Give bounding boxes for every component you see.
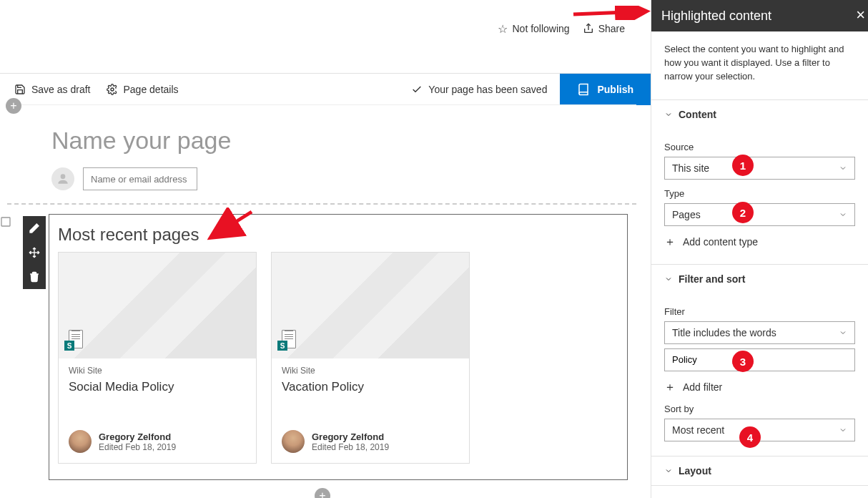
highlighted-content-webpart[interactable]: Most recent pages S Wiki Site Social Med…: [49, 214, 628, 480]
webpart-title: Most recent pages: [58, 225, 620, 245]
author-avatar-placeholder: [51, 167, 74, 190]
card-site-label: Wiki Site: [282, 366, 459, 376]
section-layout-label: Layout: [679, 465, 711, 477]
close-panel-button[interactable]: ×: [856, 6, 865, 24]
page-canvas: + Name your page Most recent pages: [7, 104, 636, 491]
source-value: This site: [672, 162, 709, 174]
section-content-label: Content: [679, 109, 716, 120]
source-dropdown[interactable]: This site: [664, 157, 855, 180]
filter-text-input[interactable]: [664, 348, 855, 371]
type-value: Pages: [672, 209, 701, 220]
page-saved-text: Your page has been saved: [428, 84, 547, 95]
section-filter-sort-header[interactable]: Filter and sort: [651, 265, 868, 293]
site-actions-bar: ☆ Not following Share: [0, 0, 651, 57]
plus-icon: ＋: [664, 380, 676, 395]
share-label: Share: [598, 23, 625, 34]
delete-webpart-button[interactable]: [23, 265, 46, 289]
author-name: Gregory Zelfond: [312, 431, 389, 442]
sharepoint-page-icon: S: [64, 330, 83, 353]
add-section-button-bottom[interactable]: +: [315, 488, 330, 498]
filter-label: Filter: [664, 306, 855, 317]
svg-rect-2: [1, 218, 10, 226]
card-title: Social Media Policy: [69, 380, 246, 394]
author-name-input[interactable]: [83, 167, 197, 190]
not-following-label: Not following: [512, 23, 569, 34]
chevron-down-icon: [664, 275, 673, 283]
add-content-type-button[interactable]: ＋ Add content type: [664, 235, 855, 250]
card-author-info: Gregory Zelfond Edited Feb 18, 2019: [69, 430, 246, 463]
modified-date: Edited Feb 18, 2019: [99, 442, 176, 452]
publish-label: Publish: [597, 84, 633, 95]
modified-date: Edited Feb 18, 2019: [312, 442, 389, 452]
plus-icon: ＋: [664, 235, 676, 250]
save-as-draft-label: Save as draft: [31, 84, 91, 95]
author-avatar: [282, 430, 305, 453]
section-edit-handles: [0, 216, 13, 229]
section-filter-sort-label: Filter and sort: [679, 273, 745, 285]
card-site-label: Wiki Site: [69, 366, 246, 376]
add-content-type-label: Add content type: [683, 236, 758, 248]
page-details-button[interactable]: Page details: [107, 84, 179, 95]
chevron-down-icon: [664, 110, 673, 119]
content-card[interactable]: S Wiki Site Vacation Policy Gregory Zelf…: [271, 252, 470, 464]
section-layout: Layout: [651, 456, 868, 486]
content-card[interactable]: S Wiki Site Social Media Policy Gregory …: [58, 252, 257, 464]
publish-icon: [577, 83, 590, 96]
sort-dropdown[interactable]: Most recent: [664, 419, 855, 441]
edit-webpart-button[interactable]: [23, 216, 46, 240]
add-section-button-top[interactable]: +: [6, 98, 21, 114]
panel-description: Select the content you want to highlight…: [651, 31, 868, 100]
sharepoint-page-icon: S: [277, 330, 296, 353]
save-as-draft-button[interactable]: Save as draft: [14, 84, 91, 95]
type-dropdown[interactable]: Pages: [664, 203, 855, 226]
page-details-label: Page details: [124, 84, 179, 95]
card-title: Vacation Policy: [282, 380, 459, 394]
content-cards: S Wiki Site Social Media Policy Gregory …: [58, 252, 620, 464]
webpart-toolbar: [23, 216, 46, 289]
publish-button[interactable]: Publish: [560, 74, 651, 105]
save-icon: [14, 84, 26, 95]
svg-point-1: [61, 174, 66, 179]
card-preview: S: [272, 253, 469, 358]
share-icon: [583, 23, 594, 34]
source-label: Source: [664, 142, 855, 152]
filter-dropdown[interactable]: Title includes the words: [664, 321, 855, 344]
filter-select-value: Title includes the words: [672, 327, 776, 338]
sort-label: Sort by: [664, 404, 855, 414]
section-content-header[interactable]: Content: [651, 100, 868, 129]
section-edit-icon[interactable]: [0, 216, 13, 229]
gear-icon: [107, 84, 118, 95]
section-filter-sort: Filter and sort Filter Title includes th…: [651, 265, 868, 456]
not-following-button[interactable]: ☆ Not following: [498, 22, 569, 36]
page-saved-message: Your page has been saved: [398, 84, 560, 95]
svg-point-0: [111, 88, 114, 91]
chevron-down-icon: [664, 467, 673, 475]
add-filter-button[interactable]: ＋ Add filter: [664, 380, 855, 395]
author-avatar: [69, 430, 92, 453]
panel-title: Highlighted content: [661, 9, 771, 24]
chevron-down-icon: [839, 426, 847, 434]
star-icon: ☆: [498, 22, 508, 36]
author-name: Gregory Zelfond: [99, 431, 176, 442]
check-icon: [411, 84, 423, 95]
section-layout-header[interactable]: Layout: [651, 456, 868, 485]
type-label: Type: [664, 188, 855, 199]
move-webpart-button[interactable]: [23, 240, 46, 265]
section-divider: [7, 203, 636, 205]
panel-header: Highlighted content ×: [651, 0, 868, 31]
section-content: Content Source This site Type Pages: [651, 100, 868, 265]
command-bar: Save as draft Page details Your page has…: [0, 73, 651, 104]
card-author-info: Gregory Zelfond Edited Feb 18, 2019: [282, 430, 459, 463]
chevron-down-icon: [839, 210, 847, 219]
page-author-row: [51, 167, 636, 190]
chevron-down-icon: [839, 328, 847, 337]
sort-value: Most recent: [672, 424, 724, 436]
page-header: Name your page: [7, 105, 636, 203]
add-filter-label: Add filter: [683, 381, 722, 393]
card-preview: S: [59, 253, 256, 358]
chevron-down-icon: [839, 164, 847, 172]
page-title-input[interactable]: Name your page: [51, 127, 636, 155]
property-panel: Highlighted content × Select the content…: [651, 0, 868, 498]
command-bar-left: Save as draft Page details: [14, 84, 179, 95]
share-button[interactable]: Share: [583, 23, 625, 34]
